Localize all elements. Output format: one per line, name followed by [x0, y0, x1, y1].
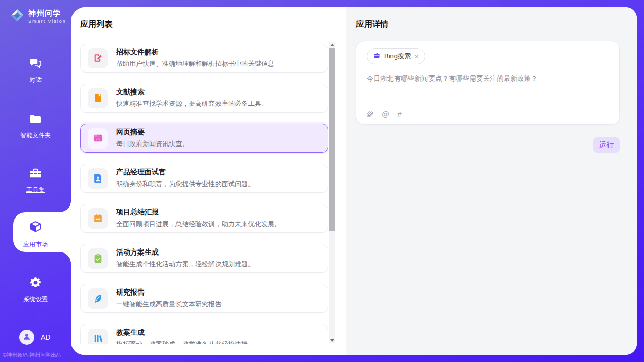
mention-icon[interactable]: @: [382, 110, 389, 118]
app-card-desc: 一键智能生成高质量长文本研究报告: [116, 300, 222, 309]
app-detail-panel: 应用详情 Bing搜索 × 今日湖北有哪些新闻要点？有哪些需要关注的最新政策？: [346, 7, 637, 355]
app-card-title: 项目总结汇报: [116, 208, 281, 217]
app-card-desc: 智能生成个性化活动方案，轻松解决规划难题。: [116, 260, 255, 269]
calendar-icon: [88, 208, 108, 229]
brand-tagline: Smart Vision: [28, 19, 66, 24]
app-card-title: 活动方案生成: [116, 248, 255, 257]
sidebar-item-chat[interactable]: 对话: [0, 57, 71, 84]
sidebar-item-label: 工具集: [26, 186, 45, 194]
chip-label: Bing搜索: [384, 52, 411, 61]
app-card-desc: 每日政府新闻资讯快查。: [116, 139, 189, 149]
app-card-desc: 明确身份和职责，为您提供专业性的面试问题。: [116, 179, 255, 189]
book-icon: [88, 88, 108, 108]
sidebar-item-label: 智能文件夹: [20, 131, 51, 140]
app-card-desc: 全面回顾项目进展，总结经验教训，助力未来优化发展。: [116, 220, 281, 229]
sidebar-item-app-market[interactable]: 应用市场: [0, 220, 71, 249]
app-card-title: 研究报告: [116, 288, 222, 297]
app-card-title: 教案生成: [116, 328, 248, 337]
chat-icon: [29, 57, 42, 72]
app-card-list: 招标文件解析 帮助用户快速、准确地理解和解析招标书中的关键信息 文献搜索 快速精…: [80, 42, 328, 344]
clipboard-check-icon: [88, 248, 108, 269]
user-name: AD: [41, 333, 50, 341]
attach-icon[interactable]: [366, 110, 374, 118]
app-card-title: 网页摘要: [116, 128, 189, 137]
query-editor-card: Bing搜索 × 今日湖北有哪些新闻要点？有哪些需要关注的最新政策？ @ #: [356, 41, 620, 125]
hash-icon[interactable]: #: [397, 110, 401, 118]
sidebar-item-smart-folder[interactable]: 智能文件夹: [0, 113, 71, 140]
run-button[interactable]: 运行: [593, 137, 620, 153]
copyright-text: ©神州数码·神州问学出品: [3, 352, 71, 359]
app-card-literature-search[interactable]: 文献搜索 快速精准查找学术资源，提高研究效率的必备工具。: [80, 84, 328, 113]
app-list-title: 应用列表: [80, 19, 113, 30]
sidebar-item-label: 系统设置: [23, 295, 48, 304]
app-list-panel: 应用列表 招标文件解析 帮助用户快速、准确地理解和解析招标书中的关键信息: [71, 7, 346, 355]
research-icon: [88, 288, 108, 309]
tool-chip-bing-search[interactable]: Bing搜索 ×: [367, 48, 425, 64]
scroll-up-arrow-icon[interactable]: [329, 42, 335, 47]
gear-icon: [29, 276, 42, 292]
gem-logo-icon: [10, 8, 24, 24]
app-card-tender-parse[interactable]: 招标文件解析 帮助用户快速、准确地理解和解析招标书中的关键信息: [80, 44, 328, 73]
app-card-event-plan[interactable]: 活动方案生成 智能生成个性化活动方案，轻松解决规划难题。: [80, 244, 328, 273]
interviewer-icon: [88, 168, 108, 189]
query-input[interactable]: 今日湖北有哪些新闻要点？有哪些需要关注的最新政策？: [367, 74, 609, 84]
books-icon: [88, 329, 108, 344]
app-card-title: 文献搜索: [116, 88, 268, 97]
sidebar: 神州问学 Smart Vision 对话 智能文件夹: [0, 0, 71, 362]
user-icon: [22, 331, 32, 343]
toolbox-icon: [29, 167, 42, 182]
sidebar-item-toolset[interactable]: 工具集: [0, 167, 71, 194]
app-card-research-report[interactable]: 研究报告 一键智能生成高质量长文本研究报告: [80, 284, 328, 313]
app-card-web-summary[interactable]: </> 网页摘要 每日政府新闻资讯快查。: [80, 124, 328, 153]
avatar: [19, 330, 34, 345]
editor-toolbar: @ #: [366, 110, 402, 118]
app-card-desc: 快速精准查找学术资源，提高研究效率的必备工具。: [116, 99, 268, 108]
browser-code-icon: </>: [88, 128, 108, 149]
app-card-pm-interviewer[interactable]: 产品经理面试官 明确身份和职责，为您提供专业性的面试问题。: [80, 164, 328, 193]
document-edit-icon: [88, 48, 108, 68]
app-card-desc: 帮助用户快速、准确地理解和解析招标书中的关键信息: [116, 59, 274, 68]
sidebar-item-settings[interactable]: 系统设置: [0, 276, 71, 304]
sidebar-item-label: 对话: [29, 76, 42, 84]
folder-icon: [29, 113, 42, 128]
chip-close-icon[interactable]: ×: [414, 53, 419, 60]
brand-name: 神州问学: [28, 9, 66, 18]
sidebar-item-label: 应用市场: [23, 240, 48, 249]
app-card-title: 产品经理面试官: [116, 168, 255, 177]
brand-logo: 神州问学 Smart Vision: [10, 8, 66, 24]
app-card-lesson-plan[interactable]: 教案生成 模板驱动，教案秒成，教学准备从此轻松快捷: [80, 324, 328, 344]
svg-text:</>: </>: [96, 138, 100, 141]
briefcase-icon: [373, 51, 381, 61]
user-account[interactable]: AD: [0, 330, 71, 345]
list-scrollbar[interactable]: [329, 42, 335, 343]
app-detail-title: 应用详情: [356, 19, 388, 30]
main-content: 应用列表 招标文件解析 帮助用户快速、准确地理解和解析招标书中的关键信息: [71, 7, 637, 355]
scroll-down-arrow-icon[interactable]: [329, 338, 335, 343]
app-card-project-summary[interactable]: 项目总结汇报 全面回顾项目进展，总结经验教训，助力未来优化发展。: [80, 204, 328, 233]
app-card-title: 招标文件解析: [116, 48, 274, 57]
scrollbar-thumb[interactable]: [329, 48, 335, 231]
cube-icon: [28, 220, 43, 237]
app-card-desc: 模板驱动，教案秒成，教学准备从此轻松快捷: [116, 340, 248, 344]
